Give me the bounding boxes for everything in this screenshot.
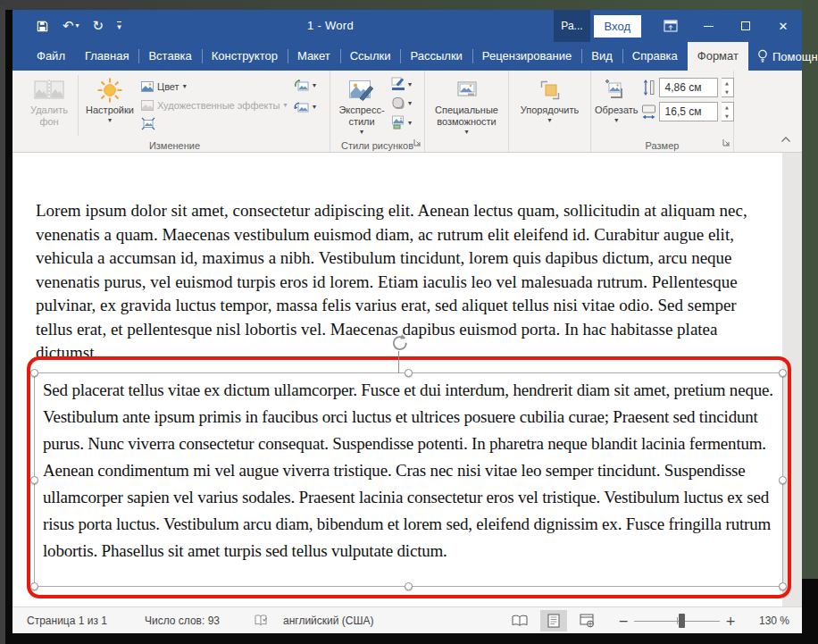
selection-handle-top-right[interactable]	[779, 369, 787, 377]
word-count[interactable]: Число слов: 93	[145, 615, 220, 627]
width-spinner[interactable]: ▲ ▼	[722, 102, 734, 121]
account-button[interactable]: Ра...	[554, 10, 589, 42]
textbox-text[interactable]: Sed placerat tellus vitae ex dictum ulla…	[35, 373, 782, 565]
height-spinner[interactable]: ▲ ▼	[722, 78, 734, 97]
size-dialog-launcher[interactable]	[722, 134, 730, 150]
height-spin-up-icon[interactable]: ▲	[722, 79, 733, 88]
color-button[interactable]: Цвет ▾	[138, 77, 292, 96]
width-spin-down-icon[interactable]: ▼	[722, 112, 733, 121]
tab-format[interactable]: Формат	[688, 42, 748, 71]
collapse-ribbon-button[interactable]	[780, 130, 791, 146]
maximize-button[interactable]	[727, 10, 764, 42]
undo-caret-icon[interactable]: ▾	[76, 22, 79, 29]
assistant-label: Помощн	[772, 50, 818, 63]
picture-layout-button[interactable]: ▾	[391, 115, 412, 130]
rotation-stem	[398, 351, 399, 373]
ribbon-display-options-button[interactable]	[652, 10, 689, 42]
window-title: 1 - Word	[307, 10, 354, 42]
tab-mailings[interactable]: Рассылки	[400, 42, 472, 71]
web-layout-button[interactable]	[574, 610, 601, 631]
picture-styles-mini-buttons: ▾ ▾ ▾	[391, 73, 412, 130]
selection-handle-middle-left[interactable]	[30, 476, 38, 484]
page-indicator[interactable]: Страница 1 из 1	[27, 615, 107, 627]
chevron-up-icon	[780, 136, 791, 143]
read-mode-button[interactable]	[506, 610, 533, 631]
quick-styles-button[interactable]: Экспресс-стили ▾	[334, 73, 389, 138]
selection-handle-top-middle[interactable]	[405, 369, 413, 377]
print-layout-button[interactable]	[540, 610, 567, 631]
tab-design[interactable]: Конструктор	[202, 42, 288, 71]
reset-picture-button[interactable]: ▾	[294, 100, 316, 113]
adjust-mini-buttons: ▾ ▾	[294, 73, 316, 113]
customize-qat-icon: ▾	[117, 21, 121, 31]
close-button[interactable]: ✕	[764, 10, 802, 42]
width-field-row: 16,5 см ▲ ▼	[642, 102, 734, 121]
shape-height-icon	[642, 79, 655, 96]
accessibility-button[interactable]: Специальные возможности ▾	[429, 73, 505, 148]
signin-button[interactable]: Вход	[594, 15, 641, 38]
title-bar: ↶▾ ↻ ▾ 1 - Word Ра... Вход ✕	[13, 10, 802, 42]
read-mode-icon	[511, 615, 529, 627]
crop-button[interactable]: Обрезать ▾	[595, 73, 639, 138]
minimize-icon	[704, 26, 714, 27]
save-icon[interactable]	[36, 20, 49, 33]
arrange-button[interactable]: Упорядочить ▾	[513, 73, 587, 148]
width-spin-up-icon[interactable]: ▲	[722, 103, 733, 112]
statusbar-right: − + 130 %	[506, 610, 789, 631]
document-area[interactable]: Lorem ipsum dolor sit amet, consectetur …	[13, 153, 802, 606]
picture-styles-dialog-launcher[interactable]	[413, 134, 422, 150]
selection-handle-middle-right[interactable]	[779, 476, 787, 484]
rotation-handle[interactable]	[389, 332, 409, 355]
proofing-status-button[interactable]	[254, 614, 269, 627]
zoom-in-button[interactable]: +	[720, 614, 741, 628]
zoom-out-button[interactable]: −	[614, 614, 635, 628]
rotate-icon	[389, 332, 409, 352]
quick-styles-label: Экспресс-стили	[334, 105, 389, 128]
assistant-button[interactable]: Помощн	[748, 42, 818, 71]
compress-pictures-button[interactable]	[138, 114, 292, 133]
selection-handle-top-left[interactable]	[30, 369, 38, 377]
minimize-button[interactable]	[689, 10, 727, 42]
tab-view[interactable]: Вид	[581, 42, 622, 71]
tab-review[interactable]: Рецензирование	[472, 42, 581, 71]
selection-handle-bottom-right[interactable]	[779, 582, 787, 590]
selection-handle-bottom-middle[interactable]	[405, 582, 413, 590]
color-caret-icon: ▾	[183, 82, 187, 90]
tab-home[interactable]: Главная	[75, 42, 138, 71]
ribbon-tab-row: Файл Главная Вставка Конструктор Макет С…	[13, 42, 802, 71]
ribbon-display-options-icon	[664, 20, 678, 32]
shape-width-input[interactable]: 16,5 см	[659, 102, 718, 121]
tab-layout[interactable]: Макет	[288, 42, 340, 71]
corrections-button[interactable]: Настройки ▾	[81, 73, 138, 138]
zoom-level[interactable]: 130 %	[748, 615, 789, 627]
textbox[interactable]: Sed placerat tellus vitae ex dictum ulla…	[34, 372, 783, 587]
group-size: Обрезать ▾ 4,86 см ▲ ▼ 16,5 см	[591, 71, 734, 152]
language-indicator[interactable]: английский (США)	[283, 615, 373, 627]
undo-button[interactable]: ↶▾	[63, 20, 79, 33]
selection-handle-bottom-left[interactable]	[30, 582, 38, 590]
zoom-slider-thumb[interactable]	[679, 614, 685, 628]
tab-references[interactable]: Ссылки	[340, 42, 401, 71]
redo-button[interactable]: ↻	[93, 20, 104, 33]
artistic-effects-caret-icon: ▾	[283, 101, 287, 109]
print-layout-icon	[547, 614, 560, 628]
group-divider	[78, 75, 79, 136]
accessibility-label: Специальные возможности	[429, 105, 505, 128]
quick-styles-icon	[348, 76, 375, 105]
group-picture-styles: Экспресс-стили ▾ ▾ ▾ ▾	[330, 71, 425, 152]
height-spin-down-icon[interactable]: ▼	[722, 88, 733, 96]
picture-icon	[141, 81, 154, 92]
tab-file[interactable]: Файл	[27, 42, 75, 71]
picture-border-button[interactable]: ▾	[391, 77, 412, 91]
customize-qat-button[interactable]: ▾	[117, 21, 121, 31]
accessibility-caret-icon: ▾	[464, 128, 468, 136]
shape-height-input[interactable]: 4,86 см	[659, 78, 718, 97]
group-adjust-label: Изменение	[20, 140, 330, 151]
corrections-label: Настройки	[86, 105, 134, 116]
zoom-slider[interactable]	[634, 611, 720, 631]
tab-help[interactable]: Справка	[622, 42, 688, 71]
picture-effects-button[interactable]: ▾	[391, 96, 412, 110]
change-picture-button[interactable]: ▾	[294, 79, 316, 92]
crop-caret-icon: ▾	[614, 116, 618, 124]
tab-insert[interactable]: Вставка	[138, 42, 201, 71]
